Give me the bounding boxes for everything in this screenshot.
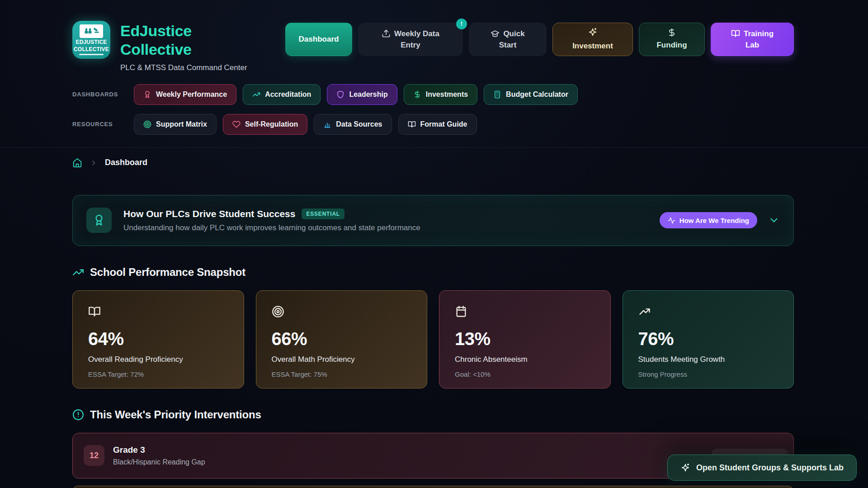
app-subtitle: PLC & MTSS Data Command Center <box>120 63 247 72</box>
top-bar: EDJUSTICE COLLECTIVE EdJustice Collectiv… <box>0 0 868 72</box>
target-icon <box>272 305 284 318</box>
stat-value: 64% <box>88 329 228 349</box>
stat-note: Strong Progress <box>638 370 778 378</box>
how-are-we-trending-button[interactable]: How Are We Trending <box>660 212 757 228</box>
home-icon[interactable] <box>72 158 82 168</box>
upload-icon <box>382 29 391 38</box>
app-logo: EDJUSTICE COLLECTIVE <box>72 21 110 59</box>
logo-tagline-strip <box>79 54 104 55</box>
sparkles-icon <box>588 27 598 37</box>
book-open-icon <box>731 29 740 38</box>
snapshot-heading: School Performance Snapshot <box>72 266 794 279</box>
stat-note: ESSA Target: 75% <box>272 370 412 378</box>
pill-data-sources[interactable]: Data Sources <box>314 114 392 135</box>
people-gavel-icon <box>82 26 100 36</box>
pill-leadership[interactable]: Leadership <box>327 84 397 105</box>
calendar-icon <box>455 305 467 318</box>
pill-format-guide[interactable]: Format Guide <box>398 114 477 135</box>
stat-value: 76% <box>638 329 778 349</box>
stat-card-growth[interactable]: 76% Students Meeting Growth Strong Progr… <box>623 290 794 389</box>
book-open-icon <box>408 120 416 128</box>
stat-card-math[interactable]: 66% Overall Math Proficiency ESSA Target… <box>256 290 428 389</box>
banner-subtitle: Understanding how daily PLC work improve… <box>123 223 420 232</box>
student-count-badge: 12 <box>84 445 104 466</box>
breadcrumb: Dashboard <box>0 147 868 179</box>
stat-label: Chronic Absenteeism <box>455 355 595 364</box>
primary-nav: Dashboard Weekly Data Entry ! Quick Star… <box>285 21 794 56</box>
resources-row: RESOURCES Support Matrix Self-Regulation… <box>0 114 868 135</box>
award-icon <box>93 214 105 227</box>
calculator-icon <box>493 90 501 99</box>
stat-label: Students Meeting Growth <box>638 355 778 364</box>
logo-emblem <box>80 24 103 38</box>
interventions-heading: This Week's Priority Interventions <box>72 408 794 421</box>
nav-weekly-data-entry-button[interactable]: Weekly Data Entry ! <box>358 23 463 56</box>
nav-investment-button[interactable]: Investment <box>552 23 633 56</box>
stat-card-reading[interactable]: 64% Overall Reading Proficiency ESSA Tar… <box>72 290 244 389</box>
book-open-icon <box>88 305 101 318</box>
award-badge-icon <box>86 208 112 233</box>
banner-title: How Our PLCs Drive Student Success <box>123 208 295 219</box>
heart-icon <box>232 120 241 128</box>
plc-success-banner: How Our PLCs Drive Student Success ESSEN… <box>72 195 794 246</box>
nav-funding-button[interactable]: Funding <box>639 23 705 56</box>
intervention-subtitle: Black/Hispanic Reading Gap <box>113 458 205 466</box>
stat-note: Goal: <10% <box>455 370 595 378</box>
pill-budget-calculator[interactable]: Budget Calculator <box>484 84 578 105</box>
pill-self-regulation[interactable]: Self-Regulation <box>223 114 307 135</box>
dashboards-row: DASHBOARDS Weekly Performance Accreditat… <box>0 84 868 105</box>
pill-accreditation[interactable]: Accreditation <box>243 84 321 105</box>
graduation-cap-icon <box>491 29 500 38</box>
brand: EDJUSTICE COLLECTIVE EdJustice Collectiv… <box>72 21 247 72</box>
nav-quick-start-button[interactable]: Quick Start <box>469 23 547 56</box>
main-content: How Our PLCs Drive Student Success ESSEN… <box>0 195 868 488</box>
nav-training-lab-button[interactable]: Training Lab <box>711 23 794 56</box>
trending-up-icon <box>638 305 651 318</box>
logo-line1: EDJUSTICE <box>75 39 107 45</box>
notification-badge: ! <box>456 19 467 29</box>
intervention-row-next-partial[interactable] <box>72 486 794 488</box>
intervention-title: Grade 3 <box>113 445 205 455</box>
chevron-down-icon[interactable] <box>768 214 780 226</box>
award-icon <box>143 90 151 99</box>
resources-row-label: RESOURCES <box>72 121 127 128</box>
dashboards-row-label: DASHBOARDS <box>72 91 127 98</box>
pill-investments[interactable]: Investments <box>404 84 477 105</box>
alert-circle-icon <box>72 409 84 421</box>
snapshot-cards: 64% Overall Reading Proficiency ESSA Tar… <box>72 290 794 389</box>
trending-up-icon <box>252 90 260 99</box>
open-student-groups-lab-button[interactable]: Open Student Groups & Supports Lab <box>667 455 857 481</box>
dollar-icon <box>413 90 421 99</box>
stat-label: Overall Math Proficiency <box>272 355 412 364</box>
pill-weekly-performance[interactable]: Weekly Performance <box>134 84 236 105</box>
breadcrumb-current: Dashboard <box>105 158 147 167</box>
pill-support-matrix[interactable]: Support Matrix <box>134 114 217 135</box>
stat-card-absenteeism[interactable]: 13% Chronic Absenteeism Goal: <10% <box>439 290 611 389</box>
activity-icon <box>668 217 675 224</box>
target-icon <box>143 120 151 128</box>
nav-dashboard-button[interactable]: Dashboard <box>285 23 352 56</box>
stat-note: ESSA Target: 72% <box>88 370 228 378</box>
stat-label: Overall Reading Proficiency <box>88 355 228 364</box>
shield-icon <box>336 90 344 99</box>
bar-chart-icon <box>323 120 331 128</box>
app-title: EdJustice Collective <box>120 22 229 59</box>
sparkles-icon <box>680 463 690 473</box>
stat-value: 13% <box>455 329 595 349</box>
essential-badge: ESSENTIAL <box>302 208 344 219</box>
logo-line2: COLLECTIVE <box>74 47 109 52</box>
dollar-icon <box>667 28 676 37</box>
stat-value: 66% <box>272 329 412 349</box>
chevron-right-icon <box>90 159 98 167</box>
trending-up-icon <box>72 266 84 278</box>
